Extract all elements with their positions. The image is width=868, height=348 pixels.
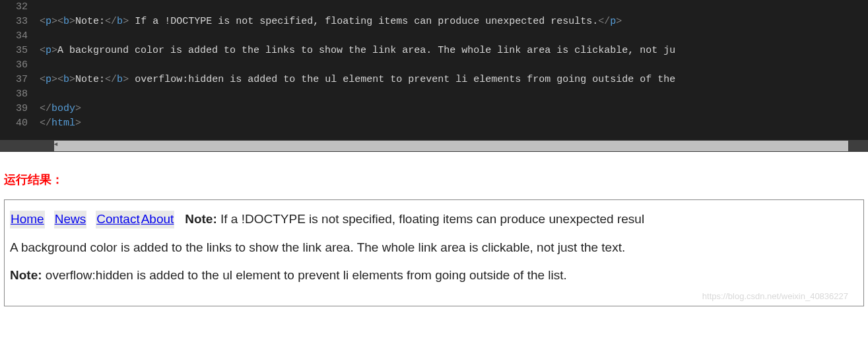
code-line[interactable]: 35<p>A background color is added to the … — [0, 44, 868, 58]
line-number: 40 — [0, 116, 40, 131]
result-line-2: A background color is added to the links… — [10, 239, 858, 257]
line-number: 34 — [0, 29, 40, 44]
code-line[interactable]: 39</body> — [0, 102, 868, 116]
nav-home[interactable]: Home — [10, 211, 45, 228]
nav-links: HomeNewsContactAbout — [10, 212, 178, 226]
code-content[interactable]: </body> — [40, 102, 868, 116]
code-line[interactable]: 34 — [0, 29, 868, 44]
code-line[interactable]: 33<p><b>Note:</b> If a !DOCTYPE is not s… — [0, 15, 868, 29]
code-content[interactable] — [40, 29, 868, 44]
result-line-3: Note: overflow:hidden is added to the ul… — [10, 267, 858, 285]
line-number: 38 — [0, 87, 40, 102]
code-line[interactable]: 36 — [0, 58, 868, 73]
watermark: https://blog.csdn.net/weixin_40836227 — [702, 291, 848, 301]
scrollbar-track[interactable] — [54, 141, 848, 151]
code-line[interactable]: 32 — [0, 0, 868, 15]
result-preview: HomeNewsContactAbout Note: If a !DOCTYPE… — [4, 199, 864, 306]
code-content[interactable] — [40, 0, 868, 15]
line-number: 37 — [0, 73, 40, 87]
code-editor[interactable]: 3233<p><b>Note:</b> If a !DOCTYPE is not… — [0, 0, 868, 140]
line-number: 33 — [0, 15, 40, 29]
code-content[interactable]: <p>A background color is added to the li… — [40, 44, 868, 58]
note-text-1: If a !DOCTYPE is not specified, floating… — [217, 212, 644, 226]
code-content[interactable]: <p><b>Note:</b> overflow:hidden is added… — [40, 73, 868, 87]
line-number: 35 — [0, 44, 40, 58]
line-number: 32 — [0, 0, 40, 15]
line-number: 36 — [0, 58, 40, 73]
code-content[interactable]: </html> — [40, 116, 868, 131]
code-content[interactable] — [40, 87, 868, 102]
nav-news[interactable]: News — [54, 211, 87, 228]
nav-contact[interactable]: Contact — [96, 211, 140, 228]
nav-about[interactable]: About — [141, 211, 175, 228]
line-number: 39 — [0, 102, 40, 116]
code-line[interactable]: 40</html> — [0, 116, 868, 131]
editor-scrollbar[interactable] — [0, 140, 868, 152]
note-text-2: overflow:hidden is added to the ul eleme… — [42, 268, 567, 282]
code-line[interactable]: 38 — [0, 87, 868, 102]
code-content[interactable] — [40, 58, 868, 73]
note-label-2: Note: — [10, 268, 42, 282]
section-title: 运行结果： — [4, 172, 868, 188]
code-content[interactable]: <p><b>Note:</b> If a !DOCTYPE is not spe… — [40, 15, 868, 29]
result-line-1: HomeNewsContactAbout Note: If a !DOCTYPE… — [10, 211, 858, 228]
code-line[interactable]: 37<p><b>Note:</b> overflow:hidden is add… — [0, 73, 868, 87]
note-label-1: Note: — [185, 212, 217, 226]
